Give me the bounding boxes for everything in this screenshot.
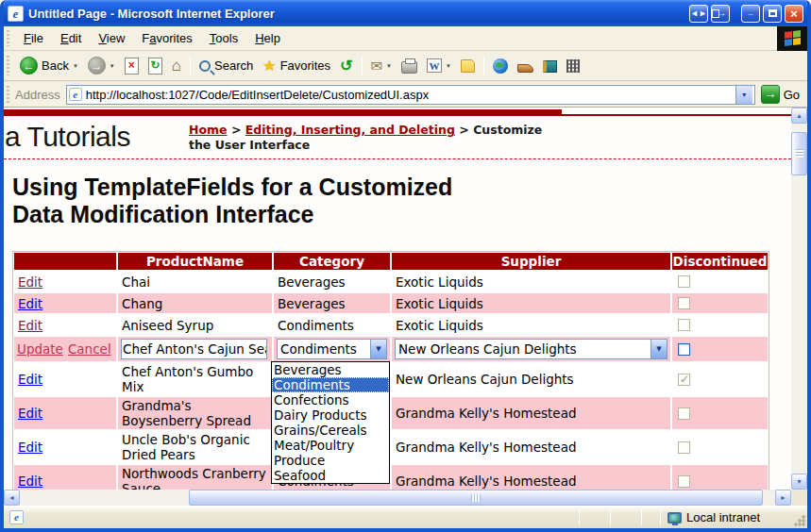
category-select[interactable]: Condiments▼ xyxy=(277,339,387,359)
refresh-icon: ↻ xyxy=(148,58,162,75)
address-dropdown-icon[interactable]: ▼ xyxy=(735,86,752,104)
windows-logo-icon xyxy=(777,26,807,51)
toolbar-grip3[interactable] xyxy=(7,86,9,103)
actions-cell: Edit xyxy=(13,430,117,464)
breadcrumb: Home > Editing, Inserting, and Deleting … xyxy=(189,123,566,153)
address-bar: Address e http://localhost:1027/Code/Edi… xyxy=(4,82,807,108)
title-bar[interactable]: e Untitled Page - Microsoft Internet Exp… xyxy=(0,0,811,26)
edit-link[interactable]: Edit xyxy=(18,296,42,311)
favorites-button[interactable]: ★ Favorites xyxy=(258,55,335,76)
combo-dropdown-icon[interactable]: ▼ xyxy=(650,340,667,358)
cancel-link[interactable]: Cancel xyxy=(68,341,111,357)
back-button[interactable]: ← Back ▼ xyxy=(15,55,83,76)
toolbar-grip2[interactable] xyxy=(7,56,9,76)
home-button[interactable]: ⌂ xyxy=(167,55,186,77)
back-dropdown-icon[interactable]: ▼ xyxy=(73,63,78,69)
shoe-icon xyxy=(517,64,533,73)
menu-item-edit[interactable]: Edit xyxy=(52,28,90,48)
menu-item-help[interactable]: Help xyxy=(246,28,289,48)
restore-size-button[interactable]: ◄► xyxy=(689,5,708,23)
edit-page-button[interactable] xyxy=(488,57,513,75)
scroll-left-button[interactable]: ◄ xyxy=(4,490,20,506)
edit-link[interactable]: Edit xyxy=(18,406,42,421)
breadcrumb-home-link[interactable]: Home xyxy=(189,123,228,137)
product-cell: Aniseed Syrup xyxy=(117,314,273,336)
page-content: a Tutorials Home > Editing, Inserting, a… xyxy=(4,108,791,490)
refresh-button[interactable]: ↻ xyxy=(144,56,167,76)
mail-dropdown-icon[interactable]: ▼ xyxy=(386,63,392,69)
category-option[interactable]: Condiments xyxy=(272,377,389,392)
actions-cell: Edit xyxy=(13,464,117,490)
horizontal-scrollbar[interactable]: ◄ ► xyxy=(4,490,791,506)
scroll-down-button[interactable]: ▼ xyxy=(791,474,807,490)
horizontal-scroll-thumb[interactable] xyxy=(189,490,763,506)
go-button[interactable]: → Go xyxy=(761,85,800,104)
history-button[interactable]: ↺ xyxy=(335,55,357,76)
browser-window: e Untitled Page - Microsoft Internet Exp… xyxy=(0,0,811,532)
favorites-star-icon: ★ xyxy=(262,57,276,75)
disconnect-button[interactable]: → xyxy=(711,5,730,23)
search-button[interactable]: Search xyxy=(194,57,258,75)
scroll-right-button[interactable]: ► xyxy=(775,490,791,506)
breadcrumb-separator: > xyxy=(231,123,241,137)
supplier-cell: Grandma Kelly's Homestead xyxy=(391,464,671,490)
menu-item-tools[interactable]: Tools xyxy=(201,28,246,48)
discontinued-cell xyxy=(671,314,769,336)
edit-link[interactable]: Edit xyxy=(18,274,42,290)
messenger-button[interactable] xyxy=(562,58,584,75)
vertical-scrollbar[interactable]: ▲ ▼ xyxy=(791,108,807,490)
menu-item-file[interactable]: File xyxy=(15,28,52,48)
category-option[interactable]: Meat/Poultry xyxy=(272,438,389,453)
edit-link[interactable]: Edit xyxy=(18,318,42,333)
maximize-button[interactable] xyxy=(763,5,782,23)
discontinued-cell xyxy=(671,336,769,362)
category-option[interactable]: Beverages xyxy=(272,362,389,377)
menu-items: FileEditViewFavoritesToolsHelp xyxy=(15,31,289,45)
edit-link[interactable]: Edit xyxy=(18,372,42,387)
edit-link[interactable]: Edit xyxy=(18,474,42,489)
category-cell: Beverages xyxy=(273,271,391,292)
edit-with-word-button[interactable]: W ▼ xyxy=(422,57,456,75)
table-row: EditNorthwoods Cranberry SauceCondiments… xyxy=(13,464,769,490)
scroll-up-button[interactable]: ▲ xyxy=(791,108,807,124)
category-option[interactable]: Confections xyxy=(272,392,389,407)
product-cell: Chef Anton's Gumbo Mix xyxy=(117,362,273,396)
go-label: Go xyxy=(784,88,800,102)
discuss-button[interactable] xyxy=(456,58,480,75)
update-link[interactable]: Update xyxy=(17,341,63,357)
mail-button[interactable]: ✉ ▼ xyxy=(366,56,397,76)
product-name-input[interactable]: Chef Anton's Cajun Seasoning xyxy=(121,339,267,359)
category-option[interactable]: Dairy Products xyxy=(272,407,389,423)
word-dropdown-icon[interactable]: ▼ xyxy=(446,63,451,69)
print-button[interactable] xyxy=(397,57,422,75)
addon-tool-button[interactable] xyxy=(513,57,538,75)
breadcrumb-section-link[interactable]: Editing, Inserting, and Deleting xyxy=(245,123,455,137)
category-option[interactable]: Seafood xyxy=(272,468,389,483)
actions-cell: Edit xyxy=(13,362,117,396)
address-input[interactable]: e http://localhost:1027/Code/EditInsertD… xyxy=(66,85,755,105)
toolbar-separator xyxy=(483,56,484,76)
combo-dropdown-icon[interactable]: ▼ xyxy=(370,340,386,358)
toolbar-grip[interactable] xyxy=(7,30,9,47)
messenger-grid-icon xyxy=(566,59,580,73)
forward-dropdown-icon[interactable]: ▼ xyxy=(110,63,115,69)
stop-button[interactable]: × xyxy=(120,56,144,76)
vertical-scroll-thumb[interactable] xyxy=(791,132,807,175)
menu-item-view[interactable]: View xyxy=(90,28,133,48)
menu-item-favorites[interactable]: Favorites xyxy=(133,28,200,48)
discontinued-checkbox xyxy=(678,475,690,488)
table-row: EditAniseed SyrupCondimentsExotic Liquid… xyxy=(13,314,769,336)
discontinued-cell xyxy=(671,271,769,292)
status-divider xyxy=(641,510,642,525)
edit-link[interactable]: Edit xyxy=(18,440,42,455)
category-option[interactable]: Produce xyxy=(272,453,389,468)
discontinued-checkbox xyxy=(678,441,690,454)
resize-grip[interactable] xyxy=(793,514,805,526)
forward-button[interactable]: → ▼ xyxy=(83,55,120,76)
research-button[interactable] xyxy=(538,57,562,75)
minimize-button[interactable]: _ xyxy=(741,5,760,23)
supplier-select[interactable]: New Orleans Cajun Delights▼ xyxy=(395,339,667,359)
discontinued-checkbox[interactable] xyxy=(678,343,690,356)
category-option[interactable]: Grains/Cereals xyxy=(272,423,389,438)
close-button[interactable]: × xyxy=(785,5,803,23)
